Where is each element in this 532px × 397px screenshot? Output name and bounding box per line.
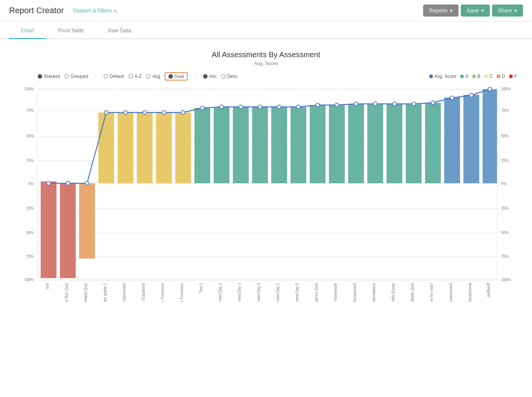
chart-svg: .grid-line { stroke: #e0e0e0; stroke-wid… <box>15 84 516 302</box>
grouped-radio-dot <box>64 74 69 79</box>
svg-text:25%: 25% <box>501 158 509 163</box>
tabs-bar: Chart Pivot Table Raw Data <box>0 23 532 39</box>
svg-text:Alphabet Quiz: Alphabet Quiz <box>84 283 88 302</box>
dot-graphing <box>162 111 166 114</box>
tab-raw-data[interactable]: Raw Data <box>96 23 143 39</box>
reports-button[interactable]: Reports ▾ <box>423 5 459 17</box>
bar-logo-top <box>425 103 441 183</box>
bar-day5-top <box>290 107 306 183</box>
svg-text:Practice PD Assessment: Practice PD Assessment <box>449 283 453 302</box>
svg-text:25%: 25% <box>501 206 509 210</box>
chart-subtitle: Avg. Score <box>15 61 517 66</box>
desc-radio[interactable]: Desc <box>221 74 237 79</box>
bar-transform-top <box>367 104 383 183</box>
bar-radians-top <box>348 104 364 183</box>
goal-button[interactable]: Goal <box>165 72 188 81</box>
sort-group: Asc Desc <box>203 74 237 79</box>
svg-text:Assessment Day 2: Assessment Day 2 <box>218 283 222 302</box>
svg-text:100%: 100% <box>501 87 511 91</box>
dot-radians <box>354 102 358 106</box>
bar-oquiz-top <box>406 104 422 183</box>
legend-f: F <box>509 74 517 79</box>
separator-1 <box>96 73 96 80</box>
dot-oquiz <box>412 102 416 106</box>
svg-text:25%: 25% <box>26 158 34 163</box>
grouped-radio[interactable]: Grouped <box>64 74 88 79</box>
svg-text:What are radians? Exploration : What are radians? Exploration Assignment <box>353 283 357 302</box>
svg-text:75%: 75% <box>26 108 34 113</box>
dot-congq <box>316 103 320 107</box>
chart-container: All Assessments By Assessment Avg. Score… <box>0 39 532 309</box>
svg-text:Test 1: Test 1 <box>199 283 203 293</box>
asc-radio[interactable]: Asc <box>203 74 217 79</box>
goal-dot <box>168 74 173 79</box>
legend: Avg. Score A B C D F <box>429 74 517 79</box>
svg-text:Congruence Homework: Congruence Homework <box>333 283 338 302</box>
dot-alphabet <box>85 181 89 185</box>
dot-day4 <box>258 105 262 109</box>
svg-text:Othello Essay: Othello Essay <box>391 283 395 302</box>
svg-text:Assessment Day 5: Assessment Day 5 <box>295 283 299 302</box>
svg-text:test: test <box>45 283 49 289</box>
legend-avg-score: Avg. Score <box>429 74 456 79</box>
avg-radio-dot <box>146 74 151 79</box>
separator-2 <box>195 73 196 80</box>
svg-text:Transformations: Transformations <box>372 283 376 302</box>
bar-test-bottom <box>41 183 57 278</box>
az-radio[interactable]: A-Z <box>128 74 142 79</box>
avg-radio[interactable]: Avg <box>146 74 160 79</box>
svg-text:Assessment Day 4: Assessment Day 4 <box>257 283 261 302</box>
dot-congh <box>335 103 339 107</box>
legend-d: D <box>497 74 505 79</box>
svg-text:Graphing Logarithmic Functions: Graphing Logarithmic Functions <box>161 283 165 302</box>
svg-text:100%: 100% <box>24 87 34 91</box>
tab-chart[interactable]: Chart <box>9 23 46 39</box>
dot-transform <box>373 102 377 106</box>
dot-day2 <box>220 105 223 109</box>
svg-text:Assessment Day 3: Assessment Day 3 <box>237 283 242 302</box>
dot-day1 <box>277 105 281 109</box>
svg-text:Solving Quadratic Equations: Solving Quadratic Equations <box>141 283 145 302</box>
dataset-filters-link[interactable]: Dataset & Filters ∧ <box>73 8 117 14</box>
legend-b: B <box>472 74 480 79</box>
bar-asdf-top <box>483 89 497 183</box>
svg-text:0%: 0% <box>29 182 34 186</box>
asc-radio-dot <box>203 74 208 79</box>
bar-day3-top <box>233 107 249 183</box>
dot-test <box>47 181 50 185</box>
stacked-radio[interactable]: Stacked <box>38 74 60 79</box>
svg-text:75%: 75% <box>26 254 34 259</box>
bar-solving-top <box>137 113 153 183</box>
svg-text:25%: 25% <box>26 206 34 210</box>
dot-day3 <box>239 105 243 109</box>
dot-analyzing <box>181 111 185 114</box>
legend-a: A <box>460 74 468 79</box>
chart-svg-wrapper: .grid-line { stroke: #e0e0e0; stroke-wid… <box>15 84 517 302</box>
svg-text:Congruence Quiz: Congruence Quiz <box>314 283 318 302</box>
svg-text:75%: 75% <box>501 108 509 113</box>
x-axis-labels: test Catcher in the Rye Quiz Alphabet Qu… <box>45 283 491 302</box>
share-button[interactable]: Share ▾ <box>492 5 523 17</box>
dot-essay <box>393 102 396 106</box>
svg-text:50%: 50% <box>501 231 509 235</box>
legend-c-dot <box>484 75 488 78</box>
bar-catcher-bottom <box>60 183 76 278</box>
svg-text:What's logo's problem for real: What's logo's problem for real? <box>430 283 434 302</box>
svg-text:Othello and Desdemona: Othello and Desdemona <box>468 283 472 302</box>
legend-f-dot <box>509 75 513 78</box>
svg-text:Othello Quiz: Othello Quiz <box>410 283 414 302</box>
legend-d-dot <box>497 75 500 78</box>
bar-graphing-top <box>156 113 172 183</box>
save-button[interactable]: Save ▾ <box>461 5 490 17</box>
default-radio[interactable]: Default <box>104 74 124 79</box>
bar-test1-top <box>194 108 210 183</box>
legend-avg-dot <box>429 75 433 78</box>
desc-radio-dot <box>221 74 226 79</box>
bar-pd-top <box>444 97 460 183</box>
stacked-radio-dot <box>38 74 42 79</box>
tab-pivot-table[interactable]: Pivot Table <box>46 23 96 39</box>
app-title: Report Creator <box>9 6 64 15</box>
svg-text:75%: 75% <box>501 254 509 259</box>
dot-day5 <box>297 105 300 109</box>
default-radio-dot <box>104 74 108 79</box>
